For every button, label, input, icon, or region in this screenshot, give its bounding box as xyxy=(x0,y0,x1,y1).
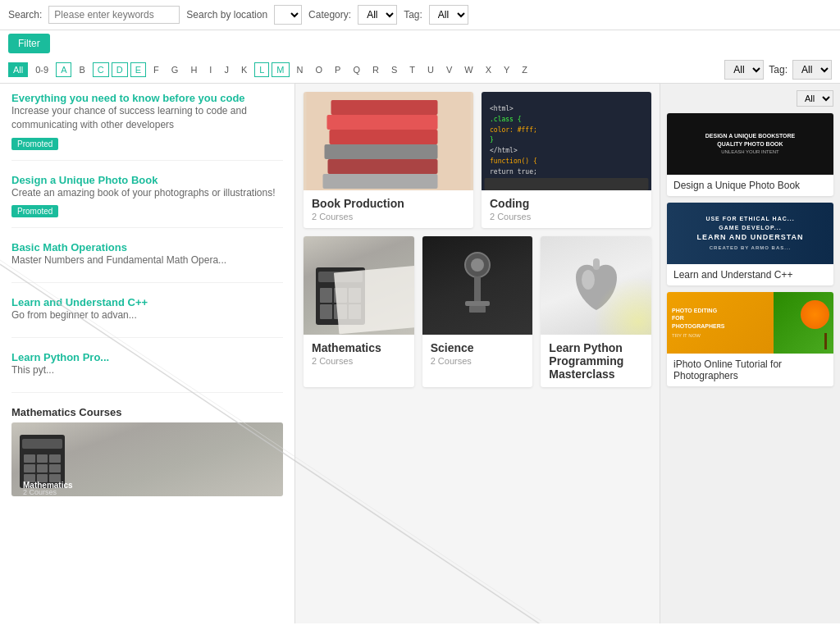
alpha-all[interactable]: All xyxy=(8,62,28,77)
course-title[interactable]: Design a Unique Photo Book xyxy=(11,174,158,186)
course-item: Design a Unique Photo Book Create an ama… xyxy=(11,174,283,229)
svg-rect-4 xyxy=(325,144,438,159)
course-item: Everything you need to know before you c… xyxy=(11,92,283,161)
alpha-l[interactable]: L xyxy=(254,62,269,77)
alpha-u[interactable]: U xyxy=(422,62,439,77)
course-item: Learn Python Pro... This pyt... xyxy=(11,351,283,393)
main-layout: Everything you need to know before you c… xyxy=(0,84,840,623)
alpha-d[interactable]: D xyxy=(112,62,128,77)
promoted-badge: Promoted xyxy=(11,138,58,150)
math-preview-image: Mathematics 2 Courses xyxy=(11,422,283,496)
search-bar: Search: Search by location Category: All… xyxy=(0,0,840,30)
course-desc: This pyt... xyxy=(11,363,283,377)
alpha-r[interactable]: R xyxy=(368,62,384,77)
python-card-title: Learn Python Programming Masterclass xyxy=(549,341,643,381)
alpha-w[interactable]: W xyxy=(459,62,477,77)
science-card-count: 2 Courses xyxy=(431,356,525,366)
coding-card-body: Coding 2 Courses xyxy=(482,190,651,228)
alpha-k[interactable]: K xyxy=(236,62,252,77)
search-input[interactable] xyxy=(48,6,180,24)
course-desc: Go from beginner to advan... xyxy=(11,308,283,322)
alpha-b[interactable]: B xyxy=(74,62,89,77)
cards-area: Book Production 2 Courses <html> .class … xyxy=(295,84,660,623)
right-tag-select[interactable]: All xyxy=(792,60,832,80)
tag-label: Tag: xyxy=(404,9,422,21)
mathematics-card[interactable]: Mathematics 2 Courses xyxy=(304,236,414,387)
light-beam xyxy=(586,269,651,335)
alpha-q[interactable]: Q xyxy=(348,62,365,77)
alpha-p[interactable]: P xyxy=(330,62,345,77)
alpha-y[interactable]: Y xyxy=(499,62,514,77)
photo-book-image: DESIGN A UNIQUE BOOKSTOREQUALITY PHOTO B… xyxy=(667,113,833,175)
alpha-v[interactable]: V xyxy=(441,62,457,77)
alpha-t[interactable]: T xyxy=(404,62,420,77)
alpha-i[interactable]: I xyxy=(204,62,217,77)
math-card-body: Mathematics 2 Courses xyxy=(304,335,414,372)
svg-point-12 xyxy=(471,258,484,272)
top-cards-row: Book Production 2 Courses <html> .class … xyxy=(304,92,651,228)
python-card[interactable]: Learn Python Programming Masterclass xyxy=(541,236,651,387)
iphoto-detail-card[interactable]: PHOTO EDITINGFORPHOTOGRAPHERS TRY IT NOW… xyxy=(667,292,833,386)
books-image xyxy=(304,92,473,190)
svg-rect-10 xyxy=(465,301,490,306)
alpha-09[interactable]: 0-9 xyxy=(30,62,53,77)
svg-rect-6 xyxy=(323,174,438,189)
course-title[interactable]: Everything you need to know before you c… xyxy=(11,92,245,104)
iphoto-detail-title: iPhoto Online Tutorial for Photographers xyxy=(667,354,833,386)
course-desc: Increase your chance of success learning… xyxy=(11,104,283,132)
alpha-g[interactable]: G xyxy=(167,62,184,77)
svg-rect-13 xyxy=(593,258,600,270)
location-select[interactable] xyxy=(274,5,302,25)
course-title[interactable]: Learn and Understand C++ xyxy=(11,296,148,308)
svg-rect-1 xyxy=(331,100,438,115)
alpha-o[interactable]: O xyxy=(310,62,327,77)
tag-select[interactable]: All xyxy=(429,5,468,25)
photo-book-detail-card[interactable]: DESIGN A UNIQUE BOOKSTOREQUALITY PHOTO B… xyxy=(667,113,833,196)
cpp-detail-card[interactable]: USE FOR ETHICAL HAC...GAME DEVELOP... LE… xyxy=(667,203,833,285)
course-desc: Master Numbers and Fundamental Math Oper… xyxy=(11,253,283,267)
math-courses-label: Mathematics Courses xyxy=(11,406,283,418)
alpha-e[interactable]: E xyxy=(130,62,146,77)
coding-card-title: Coding xyxy=(490,197,643,210)
math-courses-section: Mathematics Courses xyxy=(11,406,283,496)
math-count: 2 Courses xyxy=(23,488,57,496)
right-content: Book Production 2 Courses <html> .class … xyxy=(295,84,840,623)
math-card-image xyxy=(304,236,414,335)
right-all-select[interactable]: All xyxy=(724,60,764,80)
alpha-a[interactable]: A xyxy=(56,62,71,77)
science-card-image xyxy=(422,236,533,335)
promoted-badge: Promoted xyxy=(11,205,58,217)
alpha-m[interactable]: M xyxy=(272,62,289,77)
book-card-title: Book Production xyxy=(312,197,465,210)
alpha-s[interactable]: S xyxy=(386,62,402,77)
cpp-image: USE FOR ETHICAL HAC...GAME DEVELOP... LE… xyxy=(667,203,833,264)
svg-rect-5 xyxy=(328,159,438,174)
category-label: Category: xyxy=(308,9,351,21)
alpha-f[interactable]: F xyxy=(148,62,164,77)
alpha-x[interactable]: X xyxy=(481,62,496,77)
location-label: Search by location xyxy=(186,9,267,21)
svg-rect-11 xyxy=(469,306,486,313)
alpha-z[interactable]: Z xyxy=(517,62,532,77)
science-card[interactable]: Science 2 Courses xyxy=(422,236,533,387)
paper-sheet xyxy=(334,266,414,334)
detail-all-select[interactable]: All xyxy=(797,90,833,107)
alpha-c[interactable]: C xyxy=(93,62,109,77)
alpha-n[interactable]: N xyxy=(292,62,308,77)
right-section: Book Production 2 Courses <html> .class … xyxy=(295,84,840,623)
right-tag-label: Tag: xyxy=(769,64,788,75)
course-title[interactable]: Basic Math Operations xyxy=(11,241,127,253)
math-card-title: Mathematics xyxy=(312,341,406,354)
svg-rect-9 xyxy=(474,276,481,301)
book-card-count: 2 Courses xyxy=(312,212,465,221)
category-select[interactable]: All xyxy=(358,5,397,25)
book-production-card[interactable]: Book Production 2 Courses xyxy=(304,92,473,228)
science-card-body: Science 2 Courses xyxy=(422,335,533,372)
coding-card-count: 2 Courses xyxy=(490,212,643,221)
coding-card[interactable]: <html> .class { color: #fff; } </html> f… xyxy=(482,92,651,228)
filter-button[interactable]: Filter xyxy=(8,34,50,53)
alpha-j[interactable]: J xyxy=(219,62,234,77)
alpha-h[interactable]: H xyxy=(185,62,202,77)
course-title[interactable]: Learn Python Pro... xyxy=(11,351,109,363)
math-card-count: 2 Courses xyxy=(312,356,406,366)
